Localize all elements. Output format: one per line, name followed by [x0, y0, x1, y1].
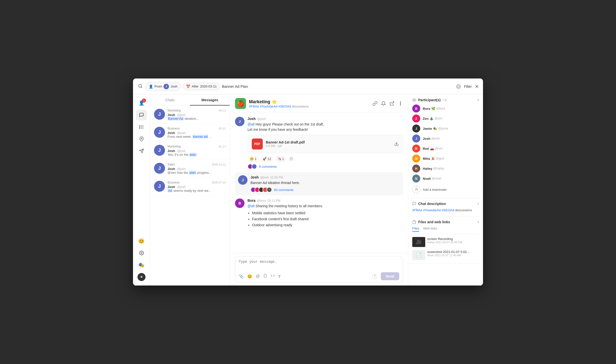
reaction-unicorn[interactable]: 🦄 1 — [275, 156, 286, 162]
chat-date: 02-21 — [219, 127, 226, 130]
msg-time: 01:30 PM — [270, 176, 283, 179]
send-button[interactable]: Send — [381, 272, 399, 280]
from-filter-chip[interactable]: 👤 From J Josh — [146, 82, 181, 91]
participant-emoji: 🎉 — [431, 157, 435, 160]
highlight-text: plan — [189, 171, 196, 174]
sidebar-item-emoji[interactable]: 😊 — [136, 236, 147, 246]
bell-icon[interactable] — [381, 101, 386, 106]
add-teammate-button[interactable]: Add a teammate — [412, 184, 479, 194]
sidebar-item-settings[interactable] — [136, 248, 147, 258]
external-link-icon[interactable] — [390, 101, 394, 106]
avatar-placeholder: J — [154, 145, 165, 156]
after-filter-chip[interactable]: 📅 After 2020-03-11 — [183, 83, 220, 90]
list-item[interactable]: J Business 02-21 Josh @josh From next we… — [150, 124, 230, 142]
list-item[interactable]: J Sales 2020-12-11 Josh @josh @zen Has t… — [150, 160, 230, 178]
avatar-initial: J — [412, 134, 420, 142]
participant-name: Josh — [423, 137, 430, 140]
participants-header[interactable]: Participant(s) • 8 ▾ — [412, 98, 479, 102]
sidebar-item-mask[interactable]: 🎭 — [136, 260, 147, 270]
clear-search-button[interactable]: ✕ — [456, 84, 461, 89]
sidebar-item-avatar[interactable]: 👁 — [136, 272, 147, 282]
sidebar-item-person[interactable]: 👤 1 — [136, 98, 147, 108]
search-input[interactable] — [222, 84, 454, 88]
commenter-avatars — [248, 164, 257, 169]
format-icon[interactable] — [263, 274, 267, 279]
message-input-area: 📎 😊 @ T — [230, 253, 408, 286]
help-icon[interactable]: ? — [372, 274, 377, 279]
participant-avatar: J — [412, 124, 420, 132]
chat-list: J Marketing 06-11 Josh @josh Banner Ad i… — [150, 106, 230, 286]
svg-point-6 — [139, 127, 140, 128]
pdf-info: Banner Ad-1st draft.pdf 6.8 MB · pdf — [266, 140, 391, 148]
participant-emoji: 🎭 — [433, 127, 437, 130]
after-label: After — [192, 84, 198, 88]
add-reaction-button[interactable] — [288, 155, 295, 162]
from-label: From — [154, 84, 162, 88]
list-item[interactable]: J Marketing 01-17 Josh @josh Yes, it's o… — [150, 142, 230, 160]
link-icon[interactable] — [372, 101, 378, 106]
chat-info: Business 2020-07-14 Josh @josh Ad seems … — [168, 181, 226, 192]
text-format-icon — [263, 274, 267, 278]
pdf-size: 6.8 MB · pdf — [266, 144, 391, 148]
close-search-button[interactable]: ✕ — [475, 84, 479, 90]
sidebar-item-send[interactable] — [136, 146, 147, 156]
commenter-avatar — [252, 164, 257, 169]
message-input[interactable] — [239, 260, 399, 270]
emoji-picker-icon[interactable]: 😊 — [247, 274, 252, 279]
files-section: Files and web links ▾ Files Web links 🎥 … — [408, 216, 483, 264]
mention-icon[interactable]: @ — [256, 274, 260, 278]
tab-messages[interactable]: Messages — [190, 94, 230, 106]
svg-point-8 — [141, 138, 142, 139]
reaction-rocket[interactable]: 🚀 12 — [260, 156, 273, 162]
participant-item: H Hailey @hailey — [412, 164, 479, 172]
comments-link[interactable]: 9 comments — [259, 165, 277, 168]
msg-header: Josh @josh — [248, 117, 403, 121]
chat-description-header[interactable]: Chat description ▾ — [412, 202, 479, 206]
chat-description-title: Chat description — [412, 202, 446, 206]
list-item[interactable]: J Marketing 06-11 Josh @josh Banner Ad i… — [150, 106, 230, 124]
participant-list: B Bora 🌿 @bora Z Zen — [412, 104, 479, 194]
channel-avatar: 🍎 — [235, 98, 246, 109]
tag-youtubead[interactable]: #YoutubeAd — [260, 104, 277, 108]
attachment-icon[interactable]: 📎 — [239, 274, 244, 279]
sidebar-item-location[interactable] — [136, 134, 147, 144]
add-teammate-label: Add a teammate — [423, 188, 446, 192]
msg-text: @all Sharing the meeting history to all … — [248, 204, 403, 228]
chat-avatar: J — [154, 181, 165, 192]
comments-row: + 60 comments — [250, 187, 400, 192]
chat-preview: From next week, banner ad ... — [168, 135, 226, 138]
desc-tag-seoad[interactable]: #SEOAd — [442, 208, 454, 212]
desc-tag-fbad[interactable]: #FBAd — [412, 208, 422, 212]
msg-handle: @josh — [260, 176, 269, 179]
tab-files[interactable]: Files — [412, 226, 419, 232]
sidebar-item-chat[interactable] — [136, 110, 147, 120]
participant-name: Zen — [423, 117, 428, 120]
list-item[interactable]: J Business 2020-07-14 Josh @josh Ad seem… — [150, 178, 230, 196]
participant-info: Hailey @hailey — [423, 167, 479, 170]
main-content: 👤 1 — [133, 94, 483, 286]
text-bold-icon[interactable]: T — [278, 274, 280, 278]
channel-actions — [372, 101, 403, 106]
avatar-placeholder: J — [235, 117, 244, 126]
filter-button[interactable]: Filter — [464, 84, 472, 88]
participant-handle: @god — [436, 157, 444, 160]
files-header[interactable]: Files and web links ▾ — [412, 220, 479, 224]
avatar-initial: Z — [412, 114, 420, 122]
participants-label: Participant(s) — [418, 98, 440, 102]
tab-chats[interactable]: Chats — [150, 94, 190, 106]
desc-tag-youtubead[interactable]: #YoutubeAd — [423, 208, 440, 212]
reaction-smile[interactable]: 🙂 1 — [248, 156, 259, 162]
tab-web-links[interactable]: Web links — [423, 226, 437, 232]
code-icon[interactable] — [271, 274, 275, 279]
download-button[interactable] — [394, 142, 399, 147]
participant-info: Red 🚗 @red — [423, 147, 479, 150]
files-title: Files and web links — [412, 220, 450, 224]
tag-seoad[interactable]: #SEOAd — [278, 104, 291, 108]
search-icon[interactable] — [137, 83, 144, 90]
tag-fbad[interactable]: #FBAd — [249, 104, 259, 108]
chat-date: 06-11 — [219, 109, 226, 112]
sidebar-item-list[interactable] — [136, 122, 147, 132]
more-options-icon[interactable] — [398, 101, 403, 106]
chat-date: 01-17 — [219, 145, 226, 148]
comments-link[interactable]: 60 comments — [274, 188, 294, 192]
